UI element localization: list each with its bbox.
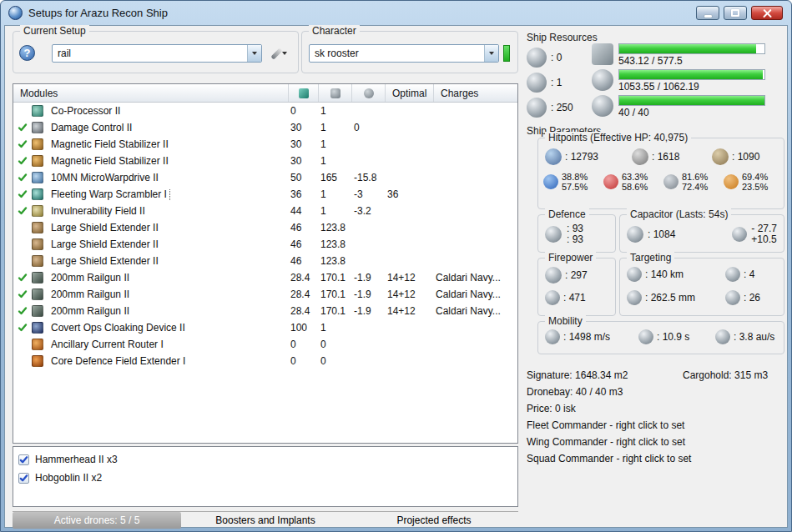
cpu-column-icon (299, 88, 309, 98)
module-powergrid-value: 123.8 (319, 255, 352, 267)
module-active-cell (13, 156, 32, 166)
drones-panel: Hammerhead II x3 Hobgoblin II x2 (13, 446, 518, 507)
armor-resist-value: 72.4% (682, 182, 708, 192)
module-name-cell: Covert Ops Cloaking Device II (48, 322, 289, 334)
drone-checkbox[interactable] (18, 473, 29, 484)
module-icon-cell (32, 322, 48, 334)
module-active-cell (13, 223, 32, 233)
module-row[interactable]: 200mm Railgun II 28.4 170.1 -1.9 14+12 C… (13, 286, 517, 303)
module-row[interactable]: Ancillary Current Router I 0 0 (13, 336, 517, 353)
close-button[interactable] (751, 6, 783, 20)
setup-tools-button[interactable] (266, 44, 295, 63)
cpu-resource-row: 543.12 / 577.5 (592, 43, 785, 69)
module-active-cell (13, 273, 32, 283)
wing-commander-setter[interactable]: Wing Commander - right click to set (527, 436, 787, 453)
sensor-strength-stat: 26 (725, 290, 784, 305)
align-time-stat: 10.9 s (638, 329, 715, 344)
squad-commander-setter[interactable]: Squad Commander - right click to set (527, 453, 787, 469)
maximize-button[interactable] (724, 6, 747, 20)
character-select[interactable]: sk rooster (309, 44, 499, 63)
cpu-column-header[interactable] (289, 84, 319, 102)
module-row[interactable]: Covert Ops Cloaking Device II 100 1 (13, 319, 517, 336)
module-name: Covert Ops Cloaking Device II (48, 322, 188, 334)
structure-hp-icon (712, 148, 729, 165)
ship-summary: Signature: 1648.34 m2 Cargohold: 315 m3 … (527, 369, 787, 469)
warp-speed-value: 3.8 au/s (734, 331, 774, 343)
module-active-cell (13, 206, 32, 216)
capacitor-icon (627, 226, 643, 243)
module-row[interactable]: 200mm Railgun II 28.4 170.1 -1.9 14+12 C… (13, 269, 517, 286)
minimize-button[interactable] (696, 6, 719, 20)
module-row[interactable]: Magnetic Field Stabilizer II 30 1 (13, 136, 517, 153)
module-icon-cell (32, 289, 48, 300)
optimal-column-header[interactable]: Optimal (386, 84, 434, 102)
tab[interactable]: Boosters and Implants (181, 512, 350, 529)
defence-group: Defence 93 93 (537, 214, 616, 253)
module-icon-cell (32, 355, 48, 367)
structure-hp-value: 1090 (732, 151, 759, 163)
drone-checkbox[interactable] (18, 454, 29, 465)
module-cpu-value: 30 (289, 138, 319, 150)
module-name: Invulnerability Field II (48, 205, 148, 217)
module-row[interactable]: Large Shield Extender II 46 123.8 (13, 236, 517, 253)
drone-item[interactable]: Hammerhead II x3 (18, 450, 512, 469)
module-name-cell: Magnetic Field Stabilizer II (48, 138, 289, 150)
active-check-icon (18, 306, 28, 316)
sensor-strength-value: 26 (744, 292, 760, 304)
module-name: 200mm Railgun II (48, 305, 132, 317)
align-time-value: 10.9 s (657, 331, 689, 343)
damage-control-icon (32, 122, 43, 133)
modules-column-header[interactable]: Modules (13, 84, 289, 102)
module-row[interactable]: 10MN MicroWarpdrive II 50 165 -15.8 (13, 169, 517, 186)
titlebar[interactable]: Setups for Arazu Recon Ship (1, 1, 791, 25)
chevron-down-icon (489, 52, 494, 55)
module-row[interactable]: Damage Control II 30 1 0 (13, 119, 517, 136)
firepower-label: Firepower (545, 252, 596, 263)
module-cap-value: -3.2 (352, 205, 386, 217)
charges-column-header[interactable]: Charges (434, 84, 517, 102)
tab[interactable]: Projected effects (350, 512, 518, 529)
module-icon-cell (32, 222, 48, 233)
signature-text: Signature: 1648.34 m2 (527, 369, 628, 381)
dropdown-arrow-icon[interactable] (484, 45, 498, 62)
window-controls (696, 6, 783, 20)
dropdown-arrow-icon[interactable] (247, 45, 261, 62)
window-content: Current Setup ? rail Character sk rooste… (4, 25, 788, 528)
module-row[interactable]: Large Shield Extender II 46 123.8 (13, 219, 517, 236)
rig-shield-icon (32, 355, 43, 367)
module-charges-value: Caldari Navy... (434, 272, 517, 284)
fleet-commander-setter[interactable]: Fleet Commander - right click to set (527, 419, 787, 436)
app-window: Setups for Arazu Recon Ship Current Setu… (0, 0, 792, 532)
chevron-down-icon (252, 52, 257, 55)
drone-label: Hammerhead II x3 (35, 454, 118, 465)
setup-select[interactable]: rail (52, 44, 262, 63)
capacitor-column-header[interactable] (352, 84, 386, 102)
capacitor-group: Capacitor (Lasts: 54s) 1084 - 27.7 +10.5 (619, 214, 784, 253)
module-icon-cell (32, 172, 48, 183)
module-row[interactable]: 200mm Railgun II 28.4 170.1 -1.9 14+12 C… (13, 303, 517, 319)
close-icon (763, 8, 772, 18)
module-name: 200mm Railgun II (48, 289, 132, 300)
module-row[interactable]: Core Defence Field Extender I 0 0 (13, 353, 517, 369)
module-powergrid-value: 1 (319, 205, 352, 217)
drone-item[interactable]: Hobgoblin II x2 (18, 469, 512, 487)
module-name-cell: 200mm Railgun II (48, 272, 289, 284)
module-name-cell: Magnetic Field Stabilizer II (48, 155, 289, 167)
capacitor-label: Capacitor (Lasts: 54s) (627, 208, 731, 220)
module-row[interactable]: Large Shield Extender II 46 123.8 (13, 253, 517, 269)
module-row[interactable]: Magnetic Field Stabilizer II 30 1 (13, 153, 517, 169)
defence-bottom-value: 93 (567, 234, 583, 245)
powergrid-column-header[interactable] (319, 84, 352, 102)
module-row[interactable]: Invulnerability Field II 44 1 -3.2 (13, 203, 517, 219)
maximize-icon (731, 9, 739, 17)
module-active-cell (13, 306, 32, 316)
drone-bandwidth-bar (618, 95, 765, 106)
module-powergrid-value: 1 (319, 322, 352, 334)
module-row[interactable]: Co-Processor II 0 1 (13, 103, 517, 119)
active-check-icon (18, 139, 28, 149)
module-row[interactable]: Fleeting Warp Scrambler I 36 1 -3 36 (13, 186, 517, 203)
max-targets-icon (725, 267, 740, 282)
capacitor-delta-icon (732, 227, 747, 242)
help-icon[interactable]: ? (19, 45, 35, 61)
tab[interactable]: Active drones: 5 / 5 (13, 512, 181, 529)
